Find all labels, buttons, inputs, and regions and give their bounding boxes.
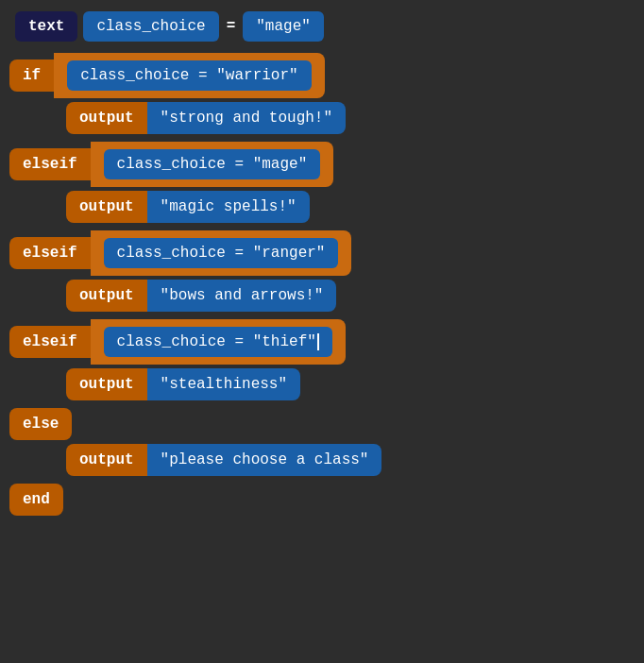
- elseif1-output-row: output "magic spells!": [9, 191, 635, 223]
- elseif1-keyword: elseif: [9, 148, 91, 180]
- class-choice-var: class_choice: [83, 11, 218, 42]
- elseif1-condition-block: class_choice = "mage": [91, 142, 334, 187]
- elseif1-condition: class_choice = "mage": [104, 149, 321, 179]
- elseif2-output-value: "bows and arrows!": [147, 280, 337, 312]
- text-row: text class_choice = "mage": [9, 8, 635, 45]
- if-condition: class_choice = "warrior": [67, 60, 311, 91]
- else-output-value: "please choose a class": [147, 444, 382, 476]
- if-keyword: if: [9, 60, 54, 92]
- if-output-value: "strong and tough!": [147, 102, 346, 134]
- else-output-row: output "please choose a class": [9, 444, 635, 476]
- elseif1-output-value: "magic spells!": [147, 191, 310, 223]
- elseif3-section: elseif class_choice = "thief" output "st…: [9, 319, 635, 400]
- code-editor: text class_choice = "mage" if class_choi…: [0, 0, 644, 523]
- elseif3-keyword: elseif: [9, 326, 91, 358]
- text-keyword: text: [15, 11, 77, 42]
- else-row: else: [9, 408, 635, 440]
- end-keyword: end: [9, 484, 63, 516]
- elseif2-row: elseif class_choice = "ranger": [9, 230, 635, 276]
- elseif1-row: elseif class_choice = "mage": [9, 142, 635, 187]
- elseif2-keyword: elseif: [9, 237, 91, 269]
- if-row: if class_choice = "warrior": [9, 53, 635, 98]
- elseif1-section: elseif class_choice = "mage" output "mag…: [9, 142, 635, 223]
- elseif3-output-keyword: output: [66, 368, 147, 400]
- else-keyword: else: [9, 408, 72, 440]
- else-section: else output "please choose a class": [9, 408, 635, 476]
- elseif3-output-row: output "stealthiness": [9, 368, 635, 400]
- elseif1-output-keyword: output: [66, 191, 147, 223]
- if-condition-block: class_choice = "warrior": [54, 53, 324, 98]
- elseif2-section: elseif class_choice = "ranger" output "b…: [9, 230, 635, 312]
- else-output-keyword: output: [66, 444, 147, 476]
- elseif3-row: elseif class_choice = "thief": [9, 319, 635, 365]
- if-output-keyword: output: [66, 102, 147, 134]
- mage-value: "mage": [243, 11, 324, 42]
- if-output-row: output "strong and tough!": [9, 102, 635, 134]
- elseif2-output-keyword: output: [66, 280, 147, 312]
- if-section: if class_choice = "warrior" output "stro…: [9, 53, 635, 134]
- end-row: end: [9, 484, 635, 516]
- elseif2-condition: class_choice = "ranger": [104, 238, 339, 268]
- elseif2-condition-block: class_choice = "ranger": [91, 230, 352, 276]
- elseif3-output-value: "stealthiness": [147, 368, 300, 400]
- elseif2-output-row: output "bows and arrows!": [9, 280, 635, 312]
- equals-sign: =: [225, 18, 238, 35]
- elseif3-condition-block: class_choice = "thief": [91, 319, 346, 365]
- elseif3-condition[interactable]: class_choice = "thief": [104, 327, 332, 357]
